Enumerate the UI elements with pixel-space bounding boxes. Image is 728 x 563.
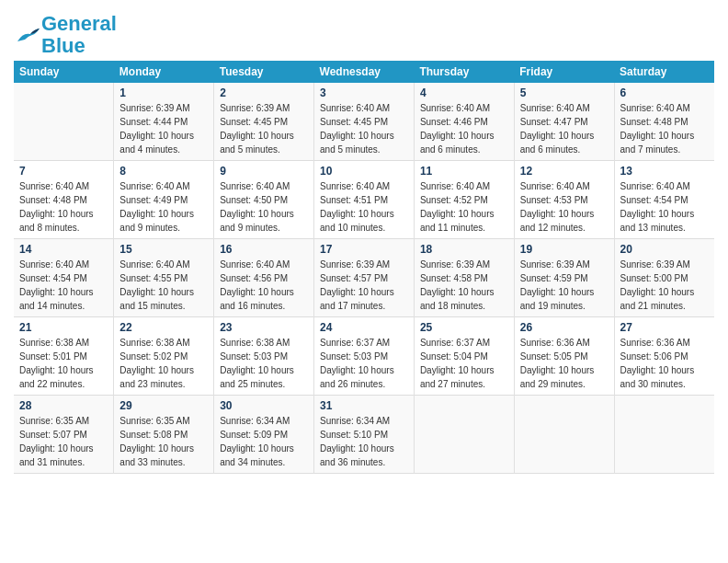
day-info: Sunrise: 6:40 AMSunset: 4:48 PMDaylight:… <box>19 179 108 235</box>
day-cell: 7Sunrise: 6:40 AMSunset: 4:48 PMDaylight… <box>14 161 114 239</box>
day-info: Sunrise: 6:40 AMSunset: 4:46 PMDaylight:… <box>420 101 508 156</box>
day-info: Sunrise: 6:40 AMSunset: 4:47 PMDaylight:… <box>520 101 609 156</box>
day-info: Sunrise: 6:35 AMSunset: 5:07 PMDaylight:… <box>19 414 108 469</box>
day-number: 2 <box>220 86 308 99</box>
day-info: Sunrise: 6:40 AMSunset: 4:49 PMDaylight:… <box>119 179 208 235</box>
day-cell: 3Sunrise: 6:40 AMSunset: 4:45 PMDaylight… <box>314 83 415 161</box>
day-info: Sunrise: 6:39 AMSunset: 4:44 PMDaylight:… <box>119 101 208 156</box>
day-cell: 21Sunrise: 6:38 AMSunset: 5:01 PMDayligh… <box>14 317 114 396</box>
day-cell: 6Sunrise: 6:40 AMSunset: 4:48 PMDaylight… <box>614 83 714 161</box>
day-info: Sunrise: 6:36 AMSunset: 5:06 PMDaylight:… <box>620 336 709 391</box>
week-row-1: 1Sunrise: 6:39 AMSunset: 4:44 PMDaylight… <box>14 83 714 161</box>
day-number: 27 <box>620 321 709 334</box>
day-cell: 15Sunrise: 6:40 AMSunset: 4:55 PMDayligh… <box>114 239 214 317</box>
day-cell: 23Sunrise: 6:38 AMSunset: 5:03 PMDayligh… <box>214 317 314 396</box>
day-number: 26 <box>520 321 609 334</box>
day-cell: 18Sunrise: 6:39 AMSunset: 4:58 PMDayligh… <box>414 239 514 317</box>
header: General Blue <box>14 9 714 57</box>
day-info: Sunrise: 6:40 AMSunset: 4:54 PMDaylight:… <box>19 258 108 313</box>
day-cell: 4Sunrise: 6:40 AMSunset: 4:46 PMDaylight… <box>414 83 514 161</box>
weekday-header-row: SundayMondayTuesdayWednesdayThursdayFrid… <box>14 61 714 83</box>
day-cell: 19Sunrise: 6:39 AMSunset: 4:59 PMDayligh… <box>514 239 614 317</box>
day-info: Sunrise: 6:38 AMSunset: 5:01 PMDaylight:… <box>19 336 108 391</box>
day-info: Sunrise: 6:35 AMSunset: 5:08 PMDaylight:… <box>119 414 208 469</box>
day-cell <box>414 396 514 474</box>
day-cell: 5Sunrise: 6:40 AMSunset: 4:47 PMDaylight… <box>514 83 614 161</box>
day-number: 13 <box>620 165 709 178</box>
day-number: 20 <box>620 243 709 256</box>
day-number: 28 <box>19 399 108 412</box>
day-info: Sunrise: 6:40 AMSunset: 4:54 PMDaylight:… <box>620 179 709 235</box>
day-info: Sunrise: 6:38 AMSunset: 5:03 PMDaylight:… <box>220 336 308 391</box>
day-info: Sunrise: 6:38 AMSunset: 5:02 PMDaylight:… <box>119 336 208 391</box>
day-number: 16 <box>220 243 308 256</box>
day-number: 1 <box>119 86 208 99</box>
logo: General Blue <box>14 13 117 57</box>
day-cell: 27Sunrise: 6:36 AMSunset: 5:06 PMDayligh… <box>614 317 714 396</box>
day-number: 17 <box>320 243 408 256</box>
day-info: Sunrise: 6:40 AMSunset: 4:55 PMDaylight:… <box>119 258 208 313</box>
day-number: 5 <box>520 86 609 99</box>
logo-bird-icon <box>16 25 41 45</box>
day-number: 10 <box>320 165 408 178</box>
day-cell: 13Sunrise: 6:40 AMSunset: 4:54 PMDayligh… <box>614 161 714 239</box>
day-info: Sunrise: 6:40 AMSunset: 4:50 PMDaylight:… <box>220 179 308 235</box>
weekday-friday: Friday <box>514 61 614 83</box>
day-cell <box>14 83 114 161</box>
day-info: Sunrise: 6:36 AMSunset: 5:05 PMDaylight:… <box>520 336 609 391</box>
calendar-container: General Blue SundayMondayTuesdayWednesda… <box>0 0 728 483</box>
day-number: 9 <box>220 165 308 178</box>
day-number: 31 <box>320 399 408 412</box>
day-number: 29 <box>119 399 208 412</box>
day-cell: 8Sunrise: 6:40 AMSunset: 4:49 PMDaylight… <box>114 161 214 239</box>
day-info: Sunrise: 6:39 AMSunset: 4:57 PMDaylight:… <box>320 258 408 313</box>
day-cell: 31Sunrise: 6:34 AMSunset: 5:10 PMDayligh… <box>314 396 415 474</box>
day-info: Sunrise: 6:37 AMSunset: 5:03 PMDaylight:… <box>320 336 408 391</box>
day-cell: 9Sunrise: 6:40 AMSunset: 4:50 PMDaylight… <box>214 161 314 239</box>
logo-text: General <box>41 13 117 35</box>
weekday-tuesday: Tuesday <box>214 61 314 83</box>
weekday-saturday: Saturday <box>614 61 714 83</box>
week-row-2: 7Sunrise: 6:40 AMSunset: 4:48 PMDaylight… <box>14 161 714 239</box>
day-number: 21 <box>19 321 108 334</box>
day-number: 30 <box>220 399 308 412</box>
day-info: Sunrise: 6:37 AMSunset: 5:04 PMDaylight:… <box>420 336 508 391</box>
weekday-wednesday: Wednesday <box>314 61 415 83</box>
day-number: 12 <box>520 165 609 178</box>
weekday-thursday: Thursday <box>414 61 514 83</box>
day-number: 15 <box>119 243 208 256</box>
day-info: Sunrise: 6:39 AMSunset: 5:00 PMDaylight:… <box>620 258 709 313</box>
day-number: 3 <box>320 86 408 99</box>
day-cell <box>614 396 714 474</box>
weekday-sunday: Sunday <box>14 61 114 83</box>
day-cell: 20Sunrise: 6:39 AMSunset: 5:00 PMDayligh… <box>614 239 714 317</box>
day-info: Sunrise: 6:40 AMSunset: 4:48 PMDaylight:… <box>620 101 709 156</box>
day-cell: 2Sunrise: 6:39 AMSunset: 4:45 PMDaylight… <box>214 83 314 161</box>
weekday-monday: Monday <box>114 61 214 83</box>
calendar-table: SundayMondayTuesdayWednesdayThursdayFrid… <box>14 61 714 474</box>
day-info: Sunrise: 6:39 AMSunset: 4:45 PMDaylight:… <box>220 101 308 156</box>
day-number: 4 <box>420 86 508 99</box>
day-number: 6 <box>620 86 709 99</box>
day-cell: 25Sunrise: 6:37 AMSunset: 5:04 PMDayligh… <box>414 317 514 396</box>
day-number: 11 <box>420 165 508 178</box>
day-number: 19 <box>520 243 609 256</box>
day-info: Sunrise: 6:40 AMSunset: 4:52 PMDaylight:… <box>420 179 508 235</box>
week-row-5: 28Sunrise: 6:35 AMSunset: 5:07 PMDayligh… <box>14 396 714 474</box>
day-info: Sunrise: 6:40 AMSunset: 4:53 PMDaylight:… <box>520 179 609 235</box>
day-cell: 26Sunrise: 6:36 AMSunset: 5:05 PMDayligh… <box>514 317 614 396</box>
day-cell: 28Sunrise: 6:35 AMSunset: 5:07 PMDayligh… <box>14 396 114 474</box>
day-number: 25 <box>420 321 508 334</box>
day-info: Sunrise: 6:40 AMSunset: 4:56 PMDaylight:… <box>220 258 308 313</box>
day-cell: 11Sunrise: 6:40 AMSunset: 4:52 PMDayligh… <box>414 161 514 239</box>
day-info: Sunrise: 6:39 AMSunset: 4:58 PMDaylight:… <box>420 258 508 313</box>
day-cell: 14Sunrise: 6:40 AMSunset: 4:54 PMDayligh… <box>14 239 114 317</box>
day-cell: 30Sunrise: 6:34 AMSunset: 5:09 PMDayligh… <box>214 396 314 474</box>
day-number: 14 <box>19 243 108 256</box>
day-number: 23 <box>220 321 308 334</box>
week-row-3: 14Sunrise: 6:40 AMSunset: 4:54 PMDayligh… <box>14 239 714 317</box>
day-cell: 12Sunrise: 6:40 AMSunset: 4:53 PMDayligh… <box>514 161 614 239</box>
day-info: Sunrise: 6:40 AMSunset: 4:45 PMDaylight:… <box>320 101 408 156</box>
day-cell: 29Sunrise: 6:35 AMSunset: 5:08 PMDayligh… <box>114 396 214 474</box>
day-info: Sunrise: 6:39 AMSunset: 4:59 PMDaylight:… <box>520 258 609 313</box>
